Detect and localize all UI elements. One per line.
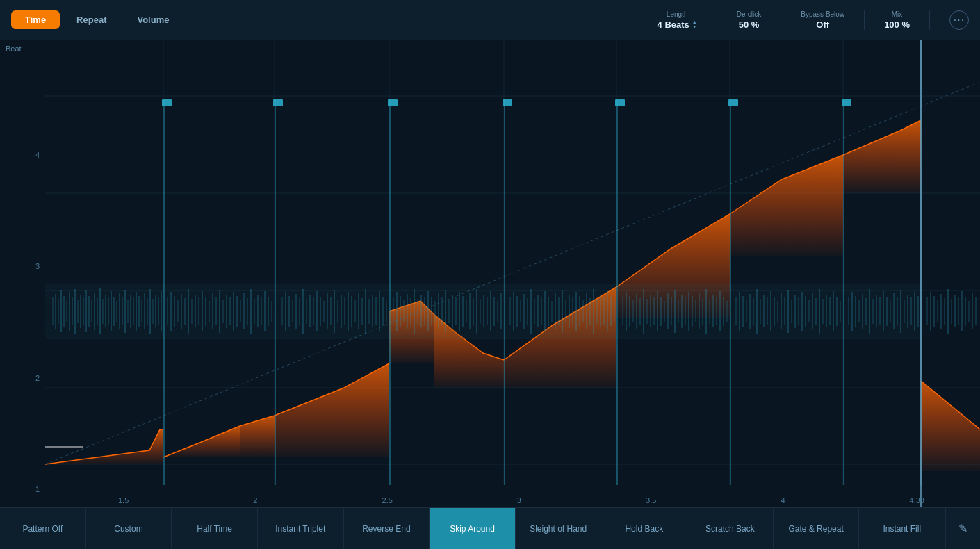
svg-rect-56 [170, 292, 172, 331]
svg-rect-26 [83, 297, 84, 325]
svg-rect-83 [264, 291, 266, 331]
svg-rect-88 [288, 296, 290, 327]
svg-rect-182 [629, 296, 630, 327]
svg-rect-194 [671, 297, 672, 325]
svg-rect-196 [678, 300, 679, 323]
svg-rect-64 [198, 297, 199, 325]
x-label-3: 3 [517, 496, 521, 505]
svg-rect-281 [275, 99, 276, 485]
svg-rect-172 [589, 298, 591, 325]
tab-repeat[interactable]: Repeat [63, 10, 120, 29]
divider-4 [929, 10, 930, 30]
pencil-button[interactable]: ✎ [945, 508, 980, 549]
more-button[interactable]: ··· [949, 10, 969, 30]
svg-rect-251 [879, 297, 881, 325]
mix-control[interactable]: Mix 100 % [884, 10, 910, 30]
svg-rect-15 [52, 297, 54, 325]
svg-rect-221 [770, 291, 771, 331]
svg-rect-270 [951, 299, 952, 324]
svg-rect-40 [122, 297, 123, 325]
svg-rect-134 [452, 295, 453, 328]
svg-rect-260 [910, 297, 912, 325]
svg-rect-208 [719, 291, 721, 331]
preset-hold-back[interactable]: Hold Back [601, 508, 687, 549]
bypass-value[interactable]: Off [816, 19, 829, 30]
svg-rect-74 [233, 292, 234, 331]
divider-1 [717, 10, 717, 30]
svg-rect-143 [483, 295, 484, 327]
main-visualization[interactable] [45, 40, 980, 507]
svg-rect-259 [907, 295, 908, 328]
svg-rect-57 [174, 296, 175, 327]
svg-rect-239 [833, 291, 834, 331]
svg-rect-41 [124, 290, 126, 333]
svg-rect-108 [358, 293, 359, 329]
bypass-control[interactable]: Bypass Below Off [801, 10, 844, 30]
svg-rect-133 [448, 300, 450, 323]
length-value[interactable]: 4 Beats ▲▼ [658, 19, 697, 30]
preset-reverse-end[interactable]: Reverse End [344, 508, 430, 549]
svg-rect-210 [726, 301, 728, 322]
svg-rect-112 [372, 295, 373, 327]
preset-half-time[interactable]: Half Time [172, 508, 258, 549]
mix-value[interactable]: 100 % [884, 19, 910, 30]
svg-rect-255 [893, 293, 895, 329]
svg-rect-49 [147, 298, 148, 325]
svg-rect-131 [441, 297, 443, 325]
svg-rect-154 [527, 298, 528, 325]
preset-gate-repeat[interactable]: Gate & Repeat [774, 508, 860, 549]
declick-value[interactable]: 50 % [739, 19, 760, 30]
declick-control[interactable]: De-click 50 % [737, 10, 762, 30]
svg-rect-17 [58, 299, 59, 324]
svg-rect-171 [586, 293, 587, 329]
svg-rect-246 [862, 294, 863, 329]
preset-custom[interactable]: Custom [86, 508, 172, 549]
svg-rect-72 [226, 295, 227, 328]
svg-rect-267 [940, 294, 942, 329]
svg-rect-283 [389, 99, 391, 485]
svg-rect-185 [639, 298, 641, 325]
svg-rect-76 [240, 300, 241, 322]
svg-rect-236 [822, 299, 824, 324]
svg-rect-94 [309, 295, 311, 327]
svg-rect-162 [555, 293, 556, 329]
y-label-3val: 3 [0, 262, 45, 270]
tab-volume[interactable]: Volume [123, 10, 183, 29]
tab-time[interactable]: Time [11, 10, 60, 29]
svg-rect-82 [261, 297, 262, 325]
preset-instant-fill[interactable]: Instant Fill [859, 508, 945, 549]
divider-2 [781, 10, 781, 30]
svg-rect-128 [431, 297, 432, 326]
svg-rect-90 [295, 294, 297, 329]
svg-rect-125 [420, 295, 422, 327]
svg-rect-20 [66, 301, 67, 322]
svg-rect-173 [593, 289, 594, 334]
svg-rect-264 [930, 292, 931, 331]
svg-rect-160 [548, 297, 549, 326]
preset-instant-triplet[interactable]: Instant Triplet [258, 508, 344, 549]
svg-rect-277 [975, 297, 977, 325]
preset-pattern-off[interactable]: Pattern Off [0, 508, 86, 549]
preset-scratch-back[interactable]: Scratch Back [687, 508, 774, 549]
tab-group: Time Repeat Volume [11, 10, 183, 29]
svg-rect-111 [368, 299, 370, 324]
length-control[interactable]: Length 4 Beats ▲▼ [658, 10, 697, 30]
canvas-area[interactable]: Beat 4 3 2 1 [0, 40, 980, 507]
svg-rect-44 [133, 297, 134, 325]
svg-rect-191 [660, 297, 662, 326]
svg-rect-102 [337, 300, 338, 323]
mix-label: Mix [892, 10, 903, 18]
preset-sleight-of-hand[interactable]: Sleight of Hand [516, 508, 602, 549]
svg-rect-66 [205, 297, 206, 326]
svg-rect-169 [579, 296, 580, 327]
svg-rect-163 [558, 297, 560, 325]
svg-rect-268 [944, 298, 945, 325]
svg-rect-258 [904, 300, 905, 323]
svg-rect-224 [781, 293, 782, 329]
svg-rect-101 [334, 290, 335, 333]
svg-rect-95 [313, 297, 314, 325]
svg-rect-52 [155, 295, 156, 327]
preset-skip-around[interactable]: Skip Around [430, 508, 516, 549]
svg-rect-179 [614, 301, 615, 322]
svg-rect-186 [643, 289, 644, 334]
